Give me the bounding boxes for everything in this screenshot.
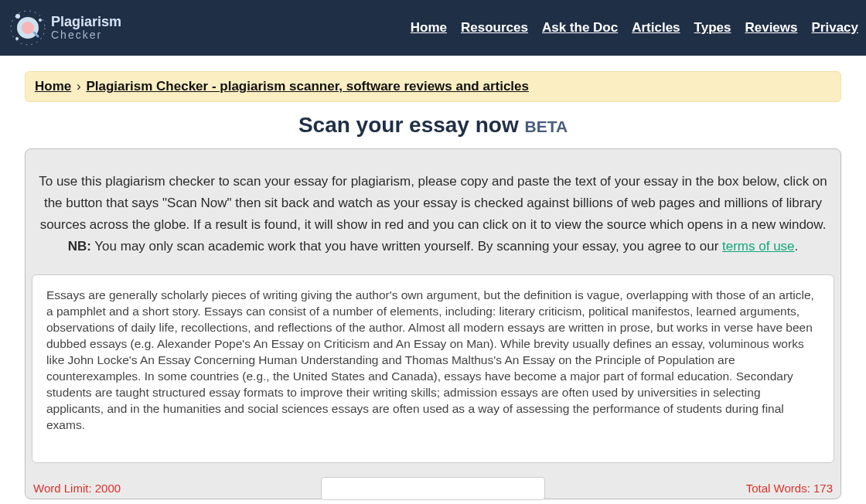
nav-articles[interactable]: Articles: [632, 20, 680, 36]
logo-text: Plagiarism Checker: [51, 15, 121, 41]
page-title: Scan your essay now BETA: [25, 113, 841, 138]
nav-types[interactable]: Types: [694, 20, 731, 36]
main-nav: Home Resources Ask the Doc Articles Type…: [411, 20, 858, 36]
nav-resources[interactable]: Resources: [461, 20, 528, 36]
breadcrumb-separator: ›: [75, 79, 83, 94]
instructions-tail: .: [795, 239, 799, 254]
captcha-box[interactable]: [321, 477, 545, 500]
svg-point-3: [15, 37, 19, 40]
breadcrumb-current[interactable]: Plagiarism Checker - plagiarism scanner,…: [86, 79, 529, 94]
logo-icon: [9, 9, 46, 46]
scanner-panel: To use this plagiarism checker to scan y…: [25, 148, 841, 499]
breadcrumb: Home › Plagiarism Checker - plagiarism s…: [25, 71, 841, 102]
svg-point-1: [15, 14, 20, 19]
panel-footer: Word Limit: 2000 Total Words: 173: [32, 466, 834, 499]
word-limit: Word Limit: 2000: [33, 482, 121, 495]
svg-point-5: [22, 22, 34, 34]
nb-label: NB:: [68, 239, 91, 254]
title-beta-badge: BETA: [524, 117, 568, 135]
instructions-body: To use this plagiarism checker to scan y…: [39, 174, 827, 232]
essay-input[interactable]: [32, 274, 834, 463]
nb-text: You may only scan academic work that you…: [91, 239, 722, 254]
svg-point-2: [39, 19, 42, 22]
logo[interactable]: Plagiarism Checker: [9, 9, 121, 46]
instructions: To use this plagiarism checker to scan y…: [32, 155, 834, 274]
title-main: Scan your essay now: [298, 113, 525, 137]
logo-text-bottom: Checker: [51, 29, 121, 41]
nav-privacy[interactable]: Privacy: [812, 20, 859, 36]
logo-text-top: Plagiarism: [51, 15, 121, 29]
terms-of-use-link[interactable]: terms of use: [722, 239, 795, 254]
header: Plagiarism Checker Home Resources Ask th…: [0, 0, 866, 56]
nav-ask-the-doc[interactable]: Ask the Doc: [542, 20, 618, 36]
total-words: Total Words: 173: [746, 482, 833, 495]
nav-home[interactable]: Home: [411, 20, 447, 36]
breadcrumb-home[interactable]: Home: [35, 79, 71, 94]
nav-reviews[interactable]: Reviews: [745, 20, 797, 36]
